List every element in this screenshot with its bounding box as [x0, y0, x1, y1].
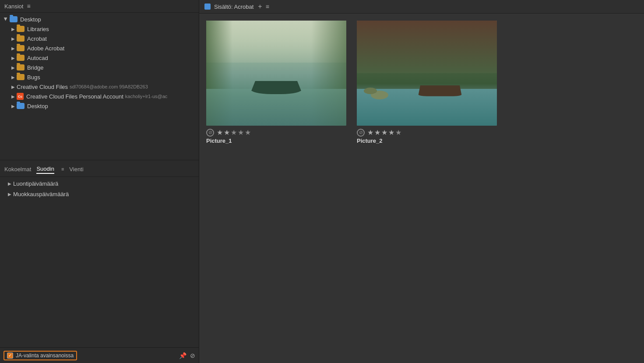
- bottom-bar: ✓ JA-valinta avainsanoissa 📌 ⊘: [0, 347, 199, 363]
- chevron-desktop2-icon: ▶: [10, 102, 17, 109]
- chevron-luontipvm-icon: ▶: [6, 180, 13, 187]
- tree-item-desktop2[interactable]: ▶ Desktop: [0, 101, 199, 111]
- tree-label-cc2: Creative Cloud Files Personal Account: [26, 93, 123, 100]
- chevron-bridge-icon: ▶: [10, 64, 17, 71]
- stars-2: ★ ★ ★ ★ ★: [367, 128, 401, 137]
- tree-item-bridge[interactable]: ▶ Bridge: [0, 63, 199, 72]
- picture1-background: [206, 21, 346, 126]
- thumbnail-image-1: [206, 21, 346, 126]
- tree-item-adobe-acrobat[interactable]: ▶ Adobe Acrobat: [0, 43, 199, 53]
- thumbnail-image-2: [357, 21, 497, 126]
- folder-blue-desktop2-icon: [17, 103, 25, 109]
- star-1-2: ★: [224, 128, 230, 137]
- pic2-rocks2: [364, 88, 377, 94]
- folders-title: Kansiot: [4, 3, 23, 10]
- filter-label-luontipvm: Luontipäivämäärä: [13, 180, 58, 187]
- star-1-1: ★: [217, 128, 223, 137]
- pic2-boat: [418, 85, 462, 96]
- folder-yellow-acrobat-icon: [17, 35, 25, 42]
- filter-label-muokkauspvm: Muokkauspäivämäärä: [13, 191, 69, 197]
- pic2-trees: [357, 21, 497, 73]
- folder-yellow-bugs-icon: [17, 74, 25, 80]
- reject-icon-2: ⊘: [357, 129, 365, 137]
- folders-menu-icon[interactable]: ≡: [27, 3, 30, 10]
- folders-header: Kansiot ≡: [0, 0, 199, 13]
- chevron-autocad-icon: ▶: [10, 54, 17, 61]
- tree-item-cc-files-2[interactable]: ▶ Cc Creative Cloud Files Personal Accou…: [0, 92, 199, 101]
- folder-yellow-libraries-icon: [17, 26, 25, 32]
- tree-label-desktop: Desktop: [20, 16, 41, 23]
- tab-vienti[interactable]: Vienti: [69, 165, 83, 173]
- star-2-4: ★: [388, 128, 394, 137]
- chevron-bugs-icon: ▶: [10, 74, 17, 81]
- tree-label-bridge: Bridge: [27, 64, 44, 71]
- reject-icon-1: ⊘: [206, 129, 214, 137]
- chevron-cc1-icon: ▶: [10, 83, 17, 90]
- tree-label-libraries: Libraries: [27, 26, 49, 32]
- content-menu-icon[interactable]: ≡: [266, 3, 269, 10]
- chevron-cc2-icon: ▶: [10, 93, 17, 100]
- filter-item-luontipvm[interactable]: ▶ Luontipäivämäärä: [0, 179, 199, 189]
- tree-item-desktop[interactable]: ▶ Desktop: [0, 14, 199, 24]
- tree-item-bugs[interactable]: ▶ Bugs: [0, 72, 199, 82]
- tabs-row: Kokoelmat Suodin ≡ Vienti: [0, 163, 199, 177]
- star-1-5: ★: [245, 128, 251, 137]
- tree-label-adobe-acrobat: Adobe Acrobat: [27, 45, 64, 52]
- content-header: Sisältö: Acrobat + ≡: [199, 0, 644, 14]
- tree-item-cc-files-1[interactable]: ▶ Creative Cloud Files sdl70684@adobe.co…: [0, 82, 199, 92]
- thumb-name-1: Picture_1: [206, 137, 346, 144]
- chevron-desktop-icon: ▶: [3, 16, 10, 23]
- thumbnail-meta-2: ⊘ ★ ★ ★ ★ ★: [357, 128, 497, 137]
- right-panel: Sisältö: Acrobat + ≡ ⊘: [199, 0, 644, 363]
- thumbnail-card-2[interactable]: ⊘ ★ ★ ★ ★ ★ Picture_2: [357, 21, 497, 144]
- thumbnail-card-1[interactable]: ⊘ ★ ★ ★ ★ ★ Picture_1: [206, 21, 346, 144]
- suodin-menu-icon[interactable]: ≡: [61, 166, 64, 172]
- tree-label-cc1: Creative Cloud Files: [17, 84, 68, 90]
- tree-item-acrobat[interactable]: ▶ Acrobat: [0, 34, 199, 43]
- pic1-boat: [250, 81, 303, 94]
- tab-kokoelmat[interactable]: Kokoelmat: [4, 165, 31, 173]
- tab-suodin[interactable]: Suodin: [36, 165, 54, 174]
- star-2-2: ★: [374, 128, 380, 137]
- collections-list: ▶ Luontipäivämäärä ▶ Muokkauspäivämäärä: [0, 177, 199, 201]
- star-1-4: ★: [238, 128, 244, 137]
- chevron-muokkauspvm-icon: ▶: [6, 191, 13, 198]
- pic1-reflection: [206, 89, 346, 126]
- keyword-label: JA-valinta avainsanoissa: [16, 352, 74, 359]
- tree-label-bugs: Bugs: [27, 74, 40, 81]
- stars-1: ★ ★ ★ ★ ★: [217, 128, 251, 137]
- chevron-libraries-icon: ▶: [10, 25, 17, 32]
- block-icon[interactable]: ⊘: [190, 352, 195, 359]
- chevron-adobe-acrobat-icon: ▶: [10, 45, 17, 52]
- keyword-checkbox[interactable]: ✓: [7, 352, 13, 359]
- content-area: ⊘ ★ ★ ★ ★ ★ Picture_1: [199, 14, 644, 363]
- content-title: Sisältö: Acrobat: [214, 4, 253, 10]
- tree-sublabel-cc2: kacholiy+lr1-us@ac: [125, 94, 167, 99]
- star-2-5: ★: [395, 128, 401, 137]
- thumbnail-meta-1: ⊘ ★ ★ ★ ★ ★: [206, 128, 346, 137]
- star-1-3: ★: [231, 128, 237, 137]
- left-panel: Kansiot ≡ ▶ Desktop ▶ Libraries ▶ Acroba…: [0, 0, 199, 363]
- keyword-checkbox-wrap[interactable]: ✓ JA-valinta avainsanoissa: [4, 351, 77, 360]
- picture2-background: [357, 21, 497, 126]
- chevron-acrobat-icon: ▶: [10, 35, 17, 42]
- filter-item-muokkauspvm[interactable]: ▶ Muokkauspäivämäärä: [0, 189, 199, 200]
- content-indicator-icon: [204, 4, 211, 10]
- thumb-name-2: Picture_2: [357, 137, 497, 144]
- tree-label-desktop2: Desktop: [27, 103, 48, 109]
- cc-logo-icon: Cc: [17, 93, 24, 100]
- tree-item-autocad[interactable]: ▶ Autocad: [0, 53, 199, 63]
- bottom-panel: Kokoelmat Suodin ≡ Vienti ▶ Luontipäiväm…: [0, 160, 199, 204]
- pin-icon[interactable]: 📌: [179, 352, 187, 359]
- folder-yellow-autocad-icon: [17, 55, 25, 61]
- folder-tree: ▶ Desktop ▶ Libraries ▶ Acrobat ▶ Adobe …: [0, 13, 199, 160]
- tree-item-libraries[interactable]: ▶ Libraries: [0, 24, 199, 34]
- star-2-3: ★: [381, 128, 387, 137]
- folder-yellow-adobe-acrobat-icon: [17, 45, 25, 51]
- folder-yellow-bridge-icon: [17, 64, 25, 70]
- tree-label-autocad: Autocad: [27, 55, 48, 61]
- star-2-1: ★: [367, 128, 373, 137]
- folder-blue-icon: [10, 16, 18, 22]
- content-add-icon[interactable]: +: [258, 3, 262, 11]
- tree-label-acrobat: Acrobat: [27, 35, 47, 42]
